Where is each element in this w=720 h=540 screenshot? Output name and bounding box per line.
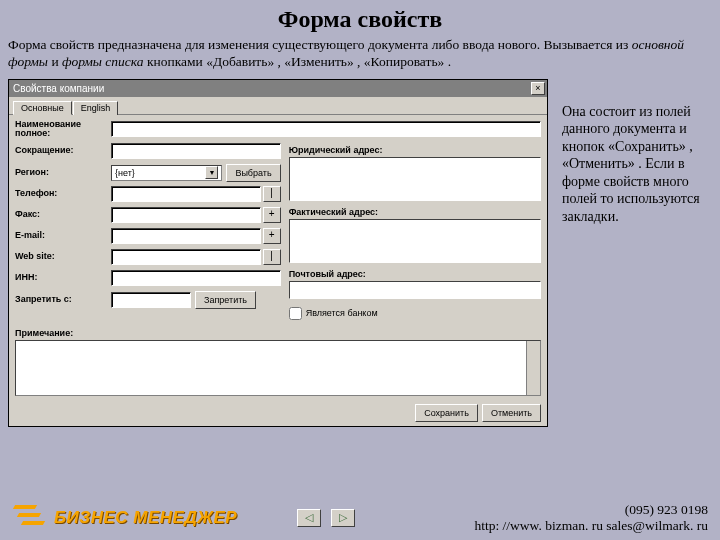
label-phone: Телефон: [15, 189, 111, 198]
form-body: Наименование полное: Сокращение: Регион:… [9, 115, 547, 400]
dialog-titlebar[interactable]: Свойства компании × [9, 80, 547, 97]
contact-info: (095) 923 0198 http: //www. bizman. ru s… [474, 502, 708, 534]
input-fax[interactable] [111, 207, 261, 223]
tab-main[interactable]: Основные [13, 101, 72, 115]
label-addr-fact: Фактический адрес: [289, 207, 541, 217]
label-name-short: Сокращение: [15, 146, 111, 155]
label-deny: Запретить с: [15, 295, 111, 304]
input-addr-fact[interactable] [289, 219, 541, 263]
label-addr-post: Почтовый адрес: [289, 269, 541, 279]
web-open-button[interactable]: | [263, 249, 281, 265]
label-email: E-mail: [15, 231, 111, 240]
fax-add-button[interactable]: + [263, 207, 281, 223]
chevron-down-icon: ▼ [205, 166, 218, 179]
label-note: Примечание: [15, 328, 541, 338]
cancel-button[interactable]: Отменить [482, 404, 541, 422]
right-column: Юридический адрес: Фактический адрес: По… [289, 143, 541, 326]
left-column: Сокращение: Регион: {нет} ▼ Выбрать Теле… [15, 143, 281, 326]
input-note[interactable] [15, 340, 541, 396]
label-is-bank: Является банком [306, 308, 378, 318]
label-fax: Факс: [15, 210, 111, 219]
input-web[interactable] [111, 249, 261, 265]
logo-icon [12, 503, 48, 533]
properties-dialog: Свойства компании × Основные English Наи… [8, 79, 548, 427]
tab-english[interactable]: English [73, 101, 119, 115]
label-web: Web site: [15, 252, 111, 261]
select-region-value: {нет} [115, 168, 135, 178]
input-deny-date[interactable] [111, 292, 191, 308]
email-add-button[interactable]: + [263, 228, 281, 244]
input-addr-post[interactable] [289, 281, 541, 299]
input-addr-legal[interactable] [289, 157, 541, 201]
brand-logo: БИЗНЕС МЕНЕДЖЕР [12, 503, 237, 533]
next-slide-button[interactable]: ▷ [331, 509, 355, 527]
phone-detail-button[interactable]: | [263, 186, 281, 202]
contact-links: http: //www. bizman. ru sales@wilmark. r… [474, 518, 708, 534]
dialog-title: Свойства компании [13, 83, 531, 94]
intro-em: формы списка [62, 54, 144, 69]
intro-part: кнопками «Добавить» , «Изменить» , «Копи… [144, 54, 451, 69]
input-inn[interactable] [111, 270, 281, 286]
label-name-full: Наименование полное: [15, 120, 111, 139]
side-description: Она состоит из полей данного документа и… [562, 79, 712, 427]
deny-button[interactable]: Запретить [195, 291, 256, 309]
close-button[interactable]: × [531, 82, 545, 95]
intro-part: и [48, 54, 62, 69]
label-region: Регион: [15, 168, 111, 177]
scrollbar[interactable] [526, 341, 540, 395]
intro-text: Форма свойств предназначена для изменени… [0, 37, 720, 79]
footer: БИЗНЕС МЕНЕДЖЕР ◁ ▷ (095) 923 0198 http:… [0, 502, 720, 534]
select-button[interactable]: Выбрать [226, 164, 280, 182]
page-title: Форма свойств [0, 0, 720, 37]
dialog-button-bar: Сохранить Отменить [9, 400, 547, 426]
prev-slide-button[interactable]: ◁ [297, 509, 321, 527]
brand-name: БИЗНЕС МЕНЕДЖЕР [54, 508, 237, 528]
intro-part: Форма свойств предназначена для изменени… [8, 37, 632, 52]
label-addr-legal: Юридический адрес: [289, 145, 541, 155]
save-button[interactable]: Сохранить [415, 404, 478, 422]
label-inn: ИНН: [15, 273, 111, 282]
tab-strip: Основные English [9, 97, 547, 115]
contact-phone: (095) 923 0198 [474, 502, 708, 518]
input-phone[interactable] [111, 186, 261, 202]
select-region[interactable]: {нет} ▼ [111, 165, 222, 181]
input-name-short[interactable] [111, 143, 281, 159]
slide-nav: ◁ ▷ [297, 509, 355, 527]
checkbox-is-bank[interactable] [289, 307, 302, 320]
input-name-full[interactable] [111, 121, 541, 137]
input-email[interactable] [111, 228, 261, 244]
